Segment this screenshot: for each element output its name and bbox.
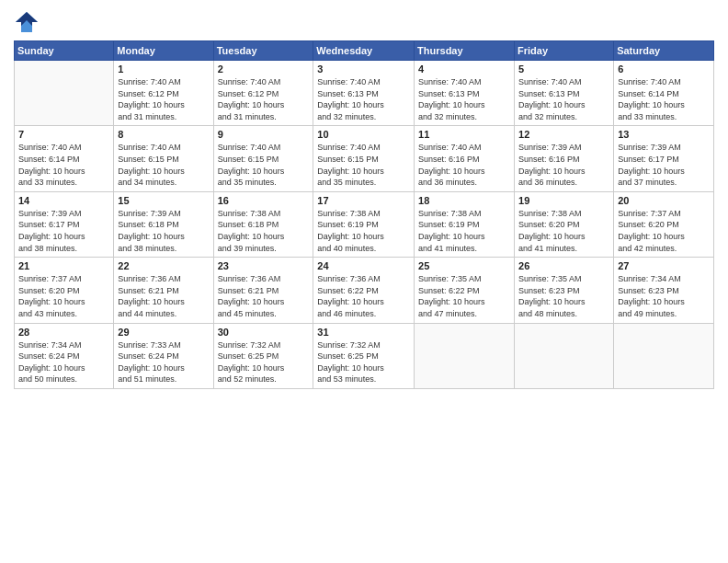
day-number: 20 bbox=[618, 195, 710, 206]
day-number: 5 bbox=[518, 63, 609, 75]
calendar-day-cell: 12Sunrise: 7:39 AM Sunset: 6:16 PM Dayli… bbox=[515, 126, 614, 191]
day-info: Sunrise: 7:32 AM Sunset: 6:25 PM Dayligh… bbox=[218, 339, 310, 385]
day-info: Sunrise: 7:37 AM Sunset: 6:20 PM Dayligh… bbox=[618, 208, 710, 254]
day-info: Sunrise: 7:32 AM Sunset: 6:25 PM Dayligh… bbox=[317, 339, 410, 385]
calendar-day-cell: 11Sunrise: 7:40 AM Sunset: 6:16 PM Dayli… bbox=[415, 126, 515, 191]
calendar-day-header: Friday bbox=[515, 41, 614, 61]
calendar-day-cell bbox=[614, 323, 714, 388]
day-number: 6 bbox=[618, 63, 710, 75]
calendar-day-cell: 18Sunrise: 7:38 AM Sunset: 6:19 PM Dayli… bbox=[415, 191, 515, 257]
calendar-day-cell: 4Sunrise: 7:40 AM Sunset: 6:13 PM Daylig… bbox=[415, 61, 515, 126]
calendar-week-row: 1Sunrise: 7:40 AM Sunset: 6:12 PM Daylig… bbox=[15, 61, 714, 126]
day-info: Sunrise: 7:36 AM Sunset: 6:21 PM Dayligh… bbox=[118, 273, 209, 319]
logo-icon bbox=[14, 9, 40, 35]
calendar-day-cell: 1Sunrise: 7:40 AM Sunset: 6:12 PM Daylig… bbox=[114, 61, 213, 126]
calendar-day-cell: 31Sunrise: 7:32 AM Sunset: 6:25 PM Dayli… bbox=[313, 323, 415, 388]
day-info: Sunrise: 7:40 AM Sunset: 6:15 PM Dayligh… bbox=[317, 142, 410, 188]
calendar-day-cell: 13Sunrise: 7:39 AM Sunset: 6:17 PM Dayli… bbox=[614, 126, 714, 191]
day-info: Sunrise: 7:40 AM Sunset: 6:14 PM Dayligh… bbox=[618, 76, 710, 122]
day-number: 29 bbox=[118, 327, 209, 338]
day-info: Sunrise: 7:40 AM Sunset: 6:12 PM Dayligh… bbox=[218, 76, 310, 122]
calendar-day-cell: 16Sunrise: 7:38 AM Sunset: 6:18 PM Dayli… bbox=[213, 191, 313, 257]
day-number: 17 bbox=[317, 195, 410, 206]
day-info: Sunrise: 7:38 AM Sunset: 6:18 PM Dayligh… bbox=[218, 208, 310, 254]
day-number: 9 bbox=[218, 129, 310, 140]
calendar-day-header: Saturday bbox=[614, 41, 714, 61]
calendar-day-cell: 20Sunrise: 7:37 AM Sunset: 6:20 PM Dayli… bbox=[614, 191, 714, 257]
day-info: Sunrise: 7:38 AM Sunset: 6:19 PM Dayligh… bbox=[317, 208, 410, 254]
day-number: 22 bbox=[118, 260, 209, 271]
day-info: Sunrise: 7:39 AM Sunset: 6:18 PM Dayligh… bbox=[118, 208, 209, 254]
calendar-day-header: Thursday bbox=[415, 41, 515, 61]
calendar-day-cell bbox=[415, 323, 515, 388]
day-number: 14 bbox=[18, 195, 109, 206]
calendar-day-cell: 7Sunrise: 7:40 AM Sunset: 6:14 PM Daylig… bbox=[15, 126, 114, 191]
day-number: 4 bbox=[418, 63, 510, 75]
day-info: Sunrise: 7:40 AM Sunset: 6:13 PM Dayligh… bbox=[518, 76, 609, 122]
calendar-day-cell: 8Sunrise: 7:40 AM Sunset: 6:15 PM Daylig… bbox=[114, 126, 213, 191]
calendar-week-row: 21Sunrise: 7:37 AM Sunset: 6:20 PM Dayli… bbox=[15, 258, 714, 323]
day-number: 1 bbox=[118, 63, 209, 75]
day-number: 7 bbox=[18, 129, 109, 140]
day-number: 23 bbox=[218, 260, 310, 271]
calendar-day-cell: 15Sunrise: 7:39 AM Sunset: 6:18 PM Dayli… bbox=[114, 191, 213, 257]
day-number: 15 bbox=[118, 195, 209, 206]
day-number: 31 bbox=[317, 327, 410, 338]
calendar-day-cell: 10Sunrise: 7:40 AM Sunset: 6:15 PM Dayli… bbox=[313, 126, 415, 191]
day-number: 30 bbox=[218, 327, 310, 338]
day-info: Sunrise: 7:36 AM Sunset: 6:21 PM Dayligh… bbox=[218, 273, 310, 319]
day-info: Sunrise: 7:38 AM Sunset: 6:20 PM Dayligh… bbox=[518, 208, 609, 254]
calendar-day-cell: 2Sunrise: 7:40 AM Sunset: 6:12 PM Daylig… bbox=[213, 61, 313, 126]
day-info: Sunrise: 7:36 AM Sunset: 6:22 PM Dayligh… bbox=[317, 273, 410, 319]
calendar-day-cell: 27Sunrise: 7:34 AM Sunset: 6:23 PM Dayli… bbox=[614, 258, 714, 323]
calendar-header-row: SundayMondayTuesdayWednesdayThursdayFrid… bbox=[15, 41, 714, 61]
calendar-week-row: 14Sunrise: 7:39 AM Sunset: 6:17 PM Dayli… bbox=[15, 191, 714, 257]
day-number: 25 bbox=[418, 260, 510, 271]
calendar-day-cell: 29Sunrise: 7:33 AM Sunset: 6:24 PM Dayli… bbox=[114, 323, 213, 388]
calendar-day-cell: 25Sunrise: 7:35 AM Sunset: 6:22 PM Dayli… bbox=[415, 258, 515, 323]
calendar-day-cell bbox=[515, 323, 614, 388]
day-info: Sunrise: 7:33 AM Sunset: 6:24 PM Dayligh… bbox=[118, 339, 209, 385]
day-number: 24 bbox=[317, 260, 410, 271]
day-info: Sunrise: 7:40 AM Sunset: 6:15 PM Dayligh… bbox=[218, 142, 310, 188]
calendar-day-cell: 24Sunrise: 7:36 AM Sunset: 6:22 PM Dayli… bbox=[313, 258, 415, 323]
day-info: Sunrise: 7:40 AM Sunset: 6:12 PM Dayligh… bbox=[118, 76, 209, 122]
calendar-day-cell: 3Sunrise: 7:40 AM Sunset: 6:13 PM Daylig… bbox=[313, 61, 415, 126]
day-info: Sunrise: 7:35 AM Sunset: 6:22 PM Dayligh… bbox=[418, 273, 510, 319]
day-number: 2 bbox=[218, 63, 310, 75]
calendar-day-cell: 21Sunrise: 7:37 AM Sunset: 6:20 PM Dayli… bbox=[15, 258, 114, 323]
day-number: 16 bbox=[218, 195, 310, 206]
calendar-day-cell: 26Sunrise: 7:35 AM Sunset: 6:23 PM Dayli… bbox=[515, 258, 614, 323]
calendar-day-cell: 9Sunrise: 7:40 AM Sunset: 6:15 PM Daylig… bbox=[213, 126, 313, 191]
calendar-day-cell: 22Sunrise: 7:36 AM Sunset: 6:21 PM Dayli… bbox=[114, 258, 213, 323]
calendar-day-cell: 5Sunrise: 7:40 AM Sunset: 6:13 PM Daylig… bbox=[515, 61, 614, 126]
day-number: 8 bbox=[118, 129, 209, 140]
logo bbox=[14, 9, 43, 35]
day-number: 10 bbox=[317, 129, 410, 140]
day-info: Sunrise: 7:40 AM Sunset: 6:15 PM Dayligh… bbox=[118, 142, 209, 188]
day-info: Sunrise: 7:39 AM Sunset: 6:17 PM Dayligh… bbox=[618, 142, 710, 188]
calendar-day-cell: 30Sunrise: 7:32 AM Sunset: 6:25 PM Dayli… bbox=[213, 323, 313, 388]
day-info: Sunrise: 7:39 AM Sunset: 6:17 PM Dayligh… bbox=[18, 208, 109, 254]
day-number: 11 bbox=[418, 129, 510, 140]
calendar-day-cell: 14Sunrise: 7:39 AM Sunset: 6:17 PM Dayli… bbox=[15, 191, 114, 257]
day-info: Sunrise: 7:40 AM Sunset: 6:16 PM Dayligh… bbox=[418, 142, 510, 188]
calendar-day-cell: 19Sunrise: 7:38 AM Sunset: 6:20 PM Dayli… bbox=[515, 191, 614, 257]
calendar-day-header: Wednesday bbox=[313, 41, 415, 61]
calendar-day-header: Tuesday bbox=[213, 41, 313, 61]
day-info: Sunrise: 7:34 AM Sunset: 6:24 PM Dayligh… bbox=[18, 339, 109, 385]
calendar-day-cell: 17Sunrise: 7:38 AM Sunset: 6:19 PM Dayli… bbox=[313, 191, 415, 257]
day-number: 3 bbox=[317, 63, 410, 75]
page: SundayMondayTuesdayWednesdayThursdayFrid… bbox=[0, 0, 728, 563]
header bbox=[14, 9, 714, 35]
day-info: Sunrise: 7:37 AM Sunset: 6:20 PM Dayligh… bbox=[18, 273, 109, 319]
calendar-table: SundayMondayTuesdayWednesdayThursdayFrid… bbox=[14, 40, 714, 389]
calendar-day-cell: 28Sunrise: 7:34 AM Sunset: 6:24 PM Dayli… bbox=[15, 323, 114, 388]
day-info: Sunrise: 7:40 AM Sunset: 6:13 PM Dayligh… bbox=[418, 76, 510, 122]
day-info: Sunrise: 7:40 AM Sunset: 6:14 PM Dayligh… bbox=[18, 142, 109, 188]
day-number: 13 bbox=[618, 129, 710, 140]
day-info: Sunrise: 7:35 AM Sunset: 6:23 PM Dayligh… bbox=[518, 273, 609, 319]
calendar-day-cell: 23Sunrise: 7:36 AM Sunset: 6:21 PM Dayli… bbox=[213, 258, 313, 323]
day-number: 18 bbox=[418, 195, 510, 206]
day-number: 26 bbox=[518, 260, 609, 271]
